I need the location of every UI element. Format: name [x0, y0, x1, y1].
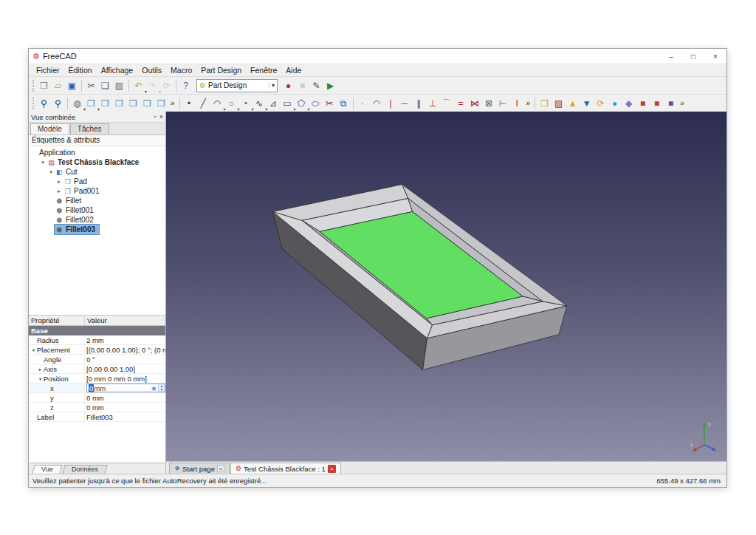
view-isometric-icon[interactable]: ❒▾	[84, 96, 98, 111]
constraint-vertical-icon[interactable]: |	[384, 96, 398, 111]
pd-fillet-icon[interactable]: ●	[608, 96, 622, 111]
document-tab-close-icon[interactable]: ×	[217, 465, 224, 472]
constraint-point-on-object-icon[interactable]: ◠	[370, 96, 384, 111]
maximize-button[interactable]: □	[682, 49, 704, 64]
document-tab-start-page[interactable]: ❖Start page×	[169, 463, 230, 474]
toolbar-overflow-button[interactable]: »	[524, 99, 533, 107]
property-row-radius[interactable]: Radius2 mm	[29, 335, 165, 345]
property-view-tab-vue[interactable]: Vue	[32, 465, 62, 474]
zoom-selection-icon[interactable]: ⚲	[51, 96, 65, 111]
tree-item-fillet001[interactable]: ⬢Fillet001	[29, 205, 165, 215]
tree-item-pad001[interactable]: ▸❒Pad001	[29, 186, 165, 196]
tree-item-fillet[interactable]: ⬢Fillet	[29, 196, 165, 205]
toolbar-drag-handle[interactable]	[32, 98, 35, 109]
sketch-rectangle-icon[interactable]: ▭▾	[281, 96, 295, 111]
fit-all-icon[interactable]: ⚲	[37, 96, 51, 111]
constraint-equal-icon[interactable]: =	[454, 96, 468, 111]
save-icon[interactable]: ▣	[65, 78, 79, 93]
document-tab-close-icon[interactable]: ×	[328, 465, 336, 473]
property-row-label[interactable]: LabelFillet003	[29, 412, 165, 422]
pd-chamfer-icon[interactable]: ◆	[622, 96, 636, 111]
document-tab-test-ch-ssis-blackface-1[interactable]: ⚙Test Châssis Blackface : 1×	[230, 463, 341, 474]
panel-tab-t-ches[interactable]: Tâches	[70, 123, 109, 134]
menu-aide[interactable]: Aide	[281, 65, 306, 75]
property-row-placement[interactable]: ▾Placement[(0.00 0.00 1.00); 0 °; (0 mm …	[29, 345, 165, 355]
macro-edit-icon[interactable]: ✎	[309, 78, 323, 93]
panel-tab-mod-le[interactable]: Modèle	[30, 123, 69, 134]
sketch-bspline-icon[interactable]: ∿▾	[252, 96, 267, 111]
tree-item-fillet002[interactable]: ⬢Fillet002	[29, 215, 165, 225]
pd-pad-icon[interactable]: ▲	[566, 96, 580, 111]
tree-expander-icon[interactable]: ▾	[47, 169, 55, 175]
property-row-y[interactable]: y0 mm	[29, 393, 165, 403]
pd-create-body-icon[interactable]: ❒	[537, 96, 551, 111]
pd-create-sketch-icon[interactable]: ▨	[551, 96, 566, 111]
undo-icon[interactable]: ↶▾	[131, 78, 145, 93]
pd-boolean-fuse-icon[interactable]: ■	[636, 96, 650, 111]
spin-down-icon[interactable]: ▾	[159, 388, 165, 392]
constraint-symmetric-icon[interactable]: ⋈	[468, 96, 482, 111]
tree-item-test-ch-ssis-blackface[interactable]: ▾▤Test Châssis Blackface	[29, 157, 165, 167]
property-value[interactable]: 0 mm◉▴▾	[85, 384, 165, 392]
refresh-icon[interactable]: ⟳	[159, 78, 173, 93]
value-edit-field[interactable]: 0 mm◉▴▾	[86, 384, 165, 392]
tree-item-fillet003[interactable]: ⬢Fillet003	[29, 225, 165, 234]
panel-titlebar[interactable]: Vue combinée ▫ ×	[29, 112, 165, 123]
copy-icon[interactable]: ❏	[98, 78, 112, 93]
property-row-angle[interactable]: Angle0 °	[29, 355, 165, 364]
property-row-axis[interactable]: ▸Axis[0.00 0.00 1.00]	[29, 364, 165, 374]
constraint-perpendicular-icon[interactable]: ⊥	[426, 96, 440, 111]
macro-play-icon[interactable]: ▶	[323, 78, 337, 93]
3d-viewport[interactable]: x y	[166, 112, 726, 461]
property-row-position[interactable]: ▾Position[0 mm 0 mm 0 mm]	[29, 374, 165, 384]
property-row-z[interactable]: z0 mm	[29, 403, 165, 412]
sketch-conic-icon[interactable]: ◔▾	[238, 96, 252, 111]
minimize-button[interactable]: –	[660, 49, 682, 64]
view-rear-icon[interactable]: ❒	[140, 96, 154, 111]
menu-fichier[interactable]: Fichier	[32, 65, 64, 75]
tree-item-application[interactable]: Application	[29, 148, 165, 157]
pd-revolution-icon[interactable]: ⟳	[594, 96, 608, 111]
constraint-coincident-icon[interactable]: ∙	[356, 96, 370, 111]
sketch-external-geometry-icon[interactable]: ⧉	[337, 96, 351, 111]
constraint-horizontal-icon[interactable]: ─	[398, 96, 412, 111]
cut-icon[interactable]: ✂	[84, 78, 98, 93]
panel-float-icon[interactable]: ▫	[154, 113, 157, 120]
constraint-tangent-icon[interactable]: ⌒	[440, 96, 454, 111]
property-row-x[interactable]: x0 mm◉▴▾	[29, 384, 165, 393]
menu-dition[interactable]: Édition	[64, 65, 97, 75]
tree-item-pad[interactable]: ▸❒Pad	[29, 177, 165, 186]
expression-editor-icon[interactable]: ◉	[151, 385, 157, 392]
panel-close-icon[interactable]: ×	[159, 113, 163, 120]
whatsthis-icon[interactable]: ?	[179, 78, 193, 93]
redo-icon[interactable]: ↷▾	[145, 78, 159, 93]
view-top-icon[interactable]: ❒	[112, 96, 126, 111]
property-expander-icon[interactable]: ▾	[37, 376, 44, 381]
toolbar-overflow-button[interactable]: »	[168, 99, 177, 107]
close-button[interactable]: ×	[704, 49, 726, 64]
open-file-icon[interactable]: ▱	[51, 78, 65, 93]
workbench-selector[interactable]: ⚙Part Design▾	[196, 79, 278, 92]
menu-macro[interactable]: Macro	[166, 65, 196, 75]
property-expander-icon[interactable]: ▾	[30, 347, 37, 352]
sketch-polyline-icon[interactable]: ⊿	[267, 96, 281, 111]
macro-record-icon[interactable]: ●	[281, 78, 295, 93]
sketch-line-icon[interactable]: ╱	[196, 96, 210, 111]
menu-outils[interactable]: Outils	[137, 65, 166, 75]
pd-pocket-icon[interactable]: ▼	[580, 96, 594, 111]
toolbar-overflow-button[interactable]: »	[678, 99, 687, 107]
property-view-tab-donn-es[interactable]: Données	[62, 465, 107, 474]
pd-boolean-common-icon[interactable]: ■	[664, 96, 678, 111]
sketch-slot-icon[interactable]: ⬭	[309, 96, 323, 111]
sketch-polygon-icon[interactable]: ⬠▾	[295, 96, 309, 111]
constraint-parallel-icon[interactable]: ∥	[412, 96, 426, 111]
view-right-icon[interactable]: ❒	[126, 96, 140, 111]
sketch-point-icon[interactable]: •	[182, 96, 196, 111]
property-expander-icon[interactable]: ▸	[37, 367, 44, 372]
sketch-circle-icon[interactable]: ○▾	[224, 96, 238, 111]
constraint-block-icon[interactable]: ⊢	[496, 96, 510, 111]
menu-fen-tre[interactable]: Fenêtre	[246, 65, 281, 75]
view-front-icon[interactable]: ❒	[98, 96, 112, 111]
paste-icon[interactable]: ▨	[112, 78, 126, 93]
sketch-trim-icon[interactable]: ✂	[323, 96, 337, 111]
